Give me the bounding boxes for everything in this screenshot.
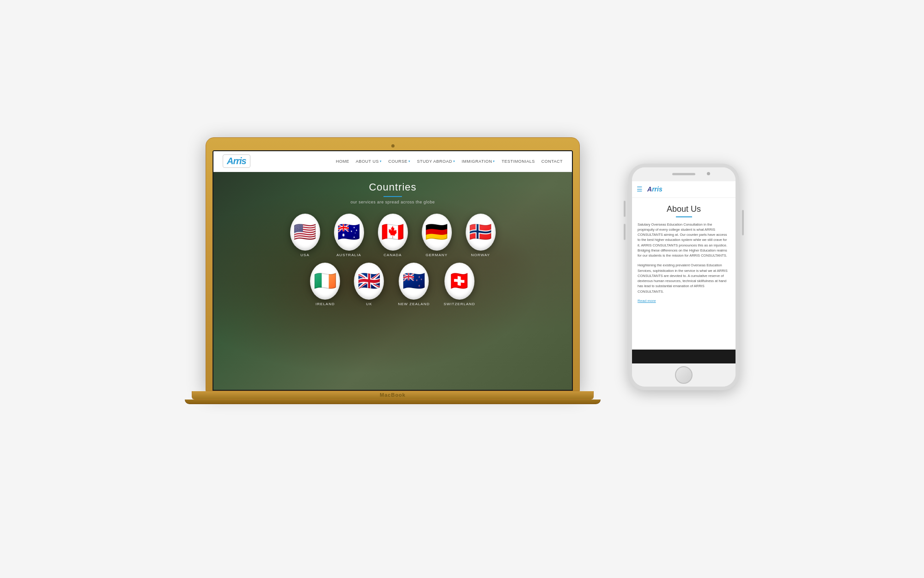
phone-bottom-bar xyxy=(632,350,736,363)
flag-ireland: 🇮🇪 IRELAND xyxy=(310,263,340,306)
website: Arris HOME ABOUT US ▾ COURSE ▾ xyxy=(213,151,572,390)
laptop-mockup: Arris HOME ABOUT US ▾ COURSE ▾ xyxy=(185,137,601,404)
phone-notch xyxy=(632,167,736,181)
nav-item-testimonials[interactable]: TESTIMONIALS xyxy=(502,159,535,164)
phone-logo-accent: rris xyxy=(652,185,663,193)
phone-logo: Arris xyxy=(647,185,663,193)
phone-read-more-link[interactable]: Read more xyxy=(638,299,730,303)
flag-switzerland: 🇨🇭 SWITZERLAND xyxy=(444,263,475,306)
laptop-camera xyxy=(391,144,395,148)
flag-new-zealand-label: NEW ZEALAND xyxy=(398,302,430,306)
phone-nav: ☰ Arris xyxy=(632,181,736,198)
flag-norway-icon: 🇳🇴 xyxy=(466,214,496,251)
nav-logo: Arris xyxy=(223,154,250,168)
flag-canada-icon: 🇨🇦 xyxy=(378,214,408,251)
phone-power-button xyxy=(742,210,744,235)
study-arrow-icon: ▾ xyxy=(453,160,456,163)
phone-mockup: ☰ Arris About Us Salutary Overseas Educa… xyxy=(628,164,739,390)
nav-item-study[interactable]: STUDY ABROAD ▾ xyxy=(417,159,455,164)
flag-germany: 🇩🇪 GERMANY xyxy=(422,214,452,257)
laptop-base: MacBook xyxy=(192,391,594,400)
hero-title-underline xyxy=(383,196,402,197)
nav-item-immigration[interactable]: IMMIGRATION ▾ xyxy=(462,159,495,164)
flag-switzerland-icon: 🇨🇭 xyxy=(444,263,474,300)
flag-canada: 🇨🇦 CANADA xyxy=(378,214,408,257)
flags-grid: 🇺🇸 USA 🇦🇺 AUSTRALIA 🇨🇦 xyxy=(290,214,496,306)
flag-usa: 🇺🇸 USA xyxy=(290,214,320,257)
flag-germany-icon: 🇩🇪 xyxy=(422,214,452,251)
phone-about-underline xyxy=(676,216,692,217)
laptop-camera-bar xyxy=(213,144,573,148)
phone-home-button[interactable] xyxy=(675,366,693,384)
course-arrow-icon: ▾ xyxy=(408,160,411,163)
nav-logo-accent: rris xyxy=(233,156,246,166)
flag-norway: 🇳🇴 NORWAY xyxy=(466,214,496,257)
flag-new-zealand-icon: 🇳🇿 xyxy=(399,263,429,300)
phone-screen: ☰ Arris About Us Salutary Overseas Educa… xyxy=(632,181,736,363)
phone-paragraph-2: Heightening the existing prevalent Overs… xyxy=(638,263,730,294)
flag-uk: 🇬🇧 UK xyxy=(354,263,384,306)
laptop-brand: MacBook xyxy=(380,392,406,398)
flag-usa-label: USA xyxy=(300,253,309,257)
flag-germany-label: GERMANY xyxy=(426,253,447,257)
nav-item-about[interactable]: ABOUT US ▾ xyxy=(356,159,382,164)
laptop-screen: Arris HOME ABOUT US ▾ COURSE ▾ xyxy=(213,150,573,391)
flag-switzerland-label: SWITZERLAND xyxy=(444,302,475,306)
phone-menu-icon[interactable]: ☰ xyxy=(637,185,643,193)
immigration-arrow-icon: ▾ xyxy=(493,160,495,163)
flag-australia: 🇦🇺 AUSTRALIA xyxy=(334,214,364,257)
flag-canada-label: CANADA xyxy=(383,253,401,257)
flag-australia-icon: 🇦🇺 xyxy=(334,214,364,251)
nav-item-contact[interactable]: CONTACT xyxy=(541,159,563,164)
flag-uk-label: UK xyxy=(366,302,372,306)
phone-paragraph-1: Salutary Overseas Education Consultation… xyxy=(638,222,730,258)
phone-content: About Us Salutary Overseas Education Con… xyxy=(632,198,736,350)
nav-item-course[interactable]: COURSE ▾ xyxy=(388,159,410,164)
phone-home-area xyxy=(632,363,736,387)
flag-usa-icon: 🇺🇸 xyxy=(290,214,320,251)
phone-body: ☰ Arris About Us Salutary Overseas Educa… xyxy=(628,164,739,390)
phone-speaker xyxy=(672,173,695,175)
flag-ireland-label: IRELAND xyxy=(316,302,335,306)
phone-volume-up-button xyxy=(624,201,626,217)
hero-content: Countries our services are spread across… xyxy=(213,172,572,306)
hero-section: Countries our services are spread across… xyxy=(213,172,572,390)
about-arrow-icon: ▾ xyxy=(380,160,382,163)
flags-row-2: 🇮🇪 IRELAND 🇬🇧 UK 🇳🇿 xyxy=(310,263,475,306)
flags-row-1: 🇺🇸 USA 🇦🇺 AUSTRALIA 🇨🇦 xyxy=(290,214,496,257)
flag-norway-label: NORWAY xyxy=(471,253,490,257)
phone-volume-down-button xyxy=(624,224,626,240)
nav-logo-text: A xyxy=(227,156,233,166)
scene: Arris HOME ABOUT US ▾ COURSE ▾ xyxy=(185,137,739,441)
hero-title: Countries xyxy=(369,181,416,193)
flag-uk-icon: 🇬🇧 xyxy=(354,263,384,300)
nav-item-home[interactable]: HOME xyxy=(336,159,349,164)
nav-items: HOME ABOUT US ▾ COURSE ▾ STUDY ABROAD xyxy=(336,159,563,164)
laptop-foot xyxy=(185,400,601,404)
flag-ireland-icon: 🇮🇪 xyxy=(310,263,340,300)
phone-about-title: About Us xyxy=(638,204,730,214)
flag-new-zealand: 🇳🇿 NEW ZEALAND xyxy=(398,263,430,306)
laptop-body: Arris HOME ABOUT US ▾ COURSE ▾ xyxy=(206,137,580,391)
website-nav: Arris HOME ABOUT US ▾ COURSE ▾ xyxy=(213,151,572,172)
phone-camera xyxy=(707,172,710,175)
flag-australia-label: AUSTRALIA xyxy=(336,253,361,257)
hero-subtitle: our services are spread across the globe xyxy=(351,200,435,204)
